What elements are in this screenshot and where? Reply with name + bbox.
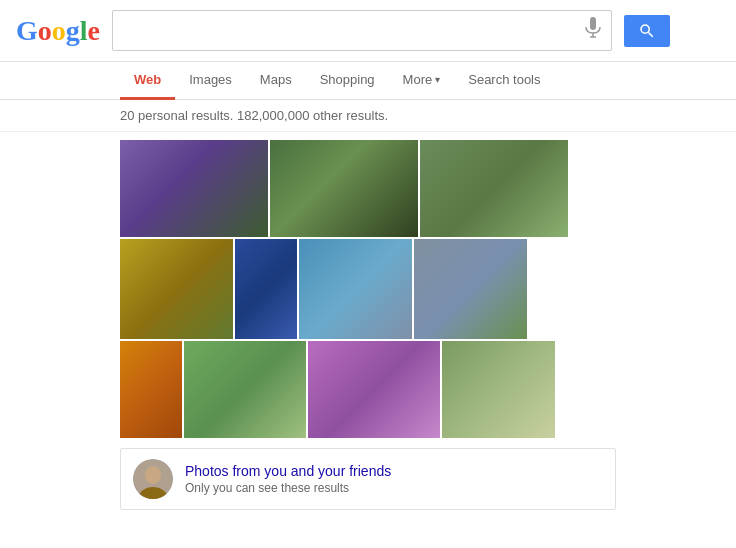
results-count: 20 personal results. 182,000,000 other r…	[120, 108, 388, 123]
personal-results-subtitle: Only you can see these results	[185, 481, 391, 495]
nav-more[interactable]: More ▾	[389, 62, 455, 100]
mic-icon[interactable]	[585, 17, 601, 44]
search-input[interactable]: my photos of flowers	[123, 22, 577, 40]
image-cell[interactable]	[120, 341, 182, 438]
image-cell[interactable]	[308, 341, 440, 438]
image-cell[interactable]	[184, 341, 306, 438]
results-summary: 20 personal results. 182,000,000 other r…	[0, 100, 736, 132]
nav-search-tools[interactable]: Search tools	[454, 62, 554, 100]
nav-bar: Web Images Maps Shopping More ▾ Search t…	[0, 62, 736, 100]
nav-shopping[interactable]: Shopping	[306, 62, 389, 100]
avatar	[133, 459, 173, 499]
more-chevron-icon: ▾	[435, 74, 440, 85]
image-cell[interactable]	[442, 341, 555, 438]
search-button[interactable]	[624, 15, 670, 47]
search-bar: my photos of flowers	[112, 10, 612, 51]
personal-results-title[interactable]: Photos from you and your friends	[185, 463, 391, 479]
image-grid	[0, 132, 736, 442]
header: Google my photos of flowers	[0, 0, 736, 62]
nav-images[interactable]: Images	[175, 62, 246, 100]
image-cell[interactable]	[270, 140, 418, 237]
svg-rect-0	[590, 17, 596, 30]
image-cell[interactable]	[414, 239, 527, 339]
image-cell[interactable]	[420, 140, 568, 237]
logo: Google	[16, 15, 100, 47]
image-cell[interactable]	[120, 140, 268, 237]
image-row-1	[120, 140, 616, 237]
personal-text-area: Photos from you and your friends Only yo…	[185, 463, 391, 495]
image-cell[interactable]	[299, 239, 412, 339]
image-row-2	[120, 239, 616, 339]
personal-results-card: Photos from you and your friends Only yo…	[120, 448, 616, 510]
nav-web[interactable]: Web	[120, 62, 175, 100]
image-cell[interactable]	[120, 239, 233, 339]
svg-point-4	[145, 466, 161, 484]
image-row-3	[120, 341, 616, 438]
nav-maps[interactable]: Maps	[246, 62, 306, 100]
image-cell[interactable]	[235, 239, 297, 339]
